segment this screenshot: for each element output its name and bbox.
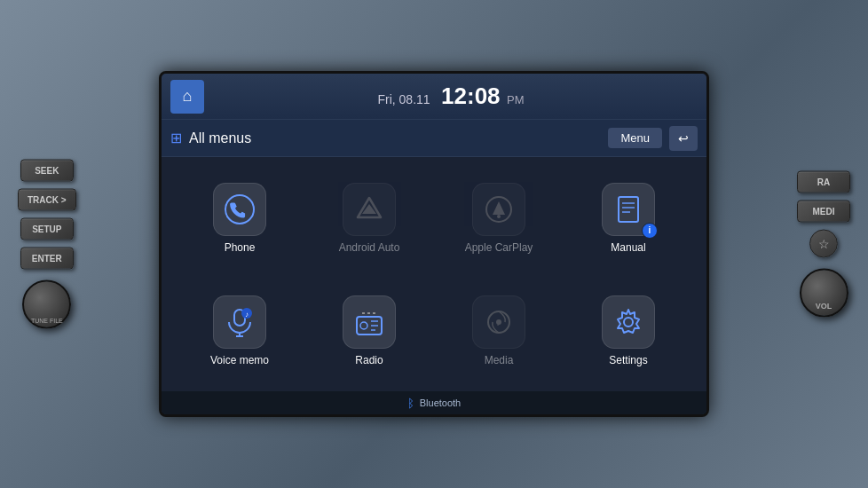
vol-knob-label: VOL bbox=[816, 303, 832, 311]
enter-button[interactable]: ENTER bbox=[20, 248, 74, 270]
apple-carplay-label: Apple CarPlay bbox=[465, 241, 533, 254]
bluetooth-label: Bluetooth bbox=[420, 397, 461, 408]
phone-icon-wrap bbox=[213, 183, 266, 236]
android-auto-icon bbox=[352, 193, 386, 226]
android-auto-label: Android Auto bbox=[339, 241, 400, 254]
phone-label: Phone bbox=[225, 241, 256, 254]
seek-button[interactable]: SEEK bbox=[20, 160, 74, 182]
app-voice-memo[interactable]: ♪ Voice memo bbox=[179, 279, 300, 382]
home-icon: ⌂ bbox=[183, 87, 193, 106]
app-radio[interactable]: Radio bbox=[309, 279, 430, 382]
voice-memo-label: Voice memo bbox=[210, 354, 269, 366]
tune-knob[interactable]: TUNE FILE bbox=[22, 280, 71, 329]
svg-point-0 bbox=[225, 195, 254, 224]
apple-carplay-icon-wrap bbox=[472, 183, 525, 236]
manual-icon-wrap: i bbox=[602, 183, 655, 236]
vol-knob[interactable]: VOL bbox=[800, 269, 848, 318]
app-grid: Phone Android Auto bbox=[162, 157, 706, 391]
all-menus-label: All menus bbox=[189, 130, 601, 146]
svg-point-16 bbox=[360, 322, 367, 329]
time-display: 12:08 bbox=[441, 83, 501, 109]
home-button[interactable]: ⌂ bbox=[170, 80, 204, 114]
manual-icon bbox=[612, 193, 644, 225]
setup-button[interactable]: SETUP bbox=[20, 218, 74, 240]
car-surround: SEEK TRACK > SETUP ENTER TUNE FILE ⌂ Fri… bbox=[0, 0, 868, 488]
phone-icon bbox=[224, 193, 256, 225]
app-manual[interactable]: i Manual bbox=[568, 166, 689, 270]
manual-info-badge: i bbox=[642, 223, 658, 239]
app-media: ♪ Media bbox=[438, 279, 559, 382]
radio-label: Radio bbox=[355, 354, 383, 366]
app-android-auto: Android Auto bbox=[309, 166, 430, 270]
ra-button[interactable]: RA bbox=[797, 171, 850, 193]
radio-icon-wrap bbox=[343, 295, 396, 349]
left-controls: SEEK TRACK > SETUP ENTER TUNE FILE bbox=[18, 160, 76, 329]
app-settings[interactable]: Settings bbox=[568, 279, 689, 382]
app-apple-carplay: Apple CarPlay bbox=[438, 166, 559, 270]
back-button[interactable]: ↩ bbox=[669, 126, 698, 151]
infotainment-screen: ⌂ Fri, 08.11 12:08 PM ⊞ All menus Menu ↩ bbox=[159, 71, 709, 417]
svg-text:♪: ♪ bbox=[496, 317, 501, 327]
ampm-display: PM bbox=[507, 93, 525, 106]
voice-memo-icon-wrap: ♪ bbox=[213, 295, 266, 349]
svg-point-5 bbox=[497, 215, 501, 218]
settings-icon bbox=[612, 306, 644, 338]
medi-button[interactable]: MEDI bbox=[797, 201, 850, 223]
right-controls: RA MEDI ☆ VOL bbox=[797, 171, 850, 318]
apple-carplay-icon bbox=[482, 193, 516, 226]
android-auto-icon-wrap bbox=[343, 183, 396, 236]
svg-marker-4 bbox=[493, 201, 505, 215]
track-button[interactable]: TRACK > bbox=[18, 189, 76, 211]
svg-rect-6 bbox=[619, 197, 638, 222]
bluetooth-icon: ᛒ bbox=[407, 397, 414, 410]
date-time-display: Fri, 08.11 12:08 PM bbox=[204, 83, 698, 110]
settings-label: Settings bbox=[609, 354, 647, 366]
media-icon-wrap: ♪ bbox=[472, 295, 525, 349]
grid-icon: ⊞ bbox=[170, 130, 182, 146]
menu-bar: ⊞ All menus Menu ↩ bbox=[162, 120, 706, 157]
settings-icon-wrap bbox=[602, 295, 655, 349]
menu-button[interactable]: Menu bbox=[608, 128, 662, 148]
bluetooth-bar: ᛒ Bluetooth bbox=[162, 391, 706, 414]
voice-memo-icon: ♪ bbox=[224, 306, 256, 338]
radio-icon bbox=[353, 306, 385, 338]
tune-knob-label: TUNE FILE bbox=[31, 318, 63, 324]
date-display: Fri, 08.11 bbox=[377, 92, 430, 106]
media-label: Media bbox=[485, 354, 514, 366]
star-button[interactable]: ☆ bbox=[809, 230, 838, 258]
manual-label: Manual bbox=[611, 241, 645, 254]
app-phone[interactable]: Phone bbox=[179, 166, 300, 270]
screen-header: ⌂ Fri, 08.11 12:08 PM bbox=[162, 74, 706, 120]
media-icon: ♪ bbox=[483, 306, 515, 338]
svg-point-23 bbox=[624, 318, 633, 327]
svg-text:♪: ♪ bbox=[245, 311, 249, 319]
